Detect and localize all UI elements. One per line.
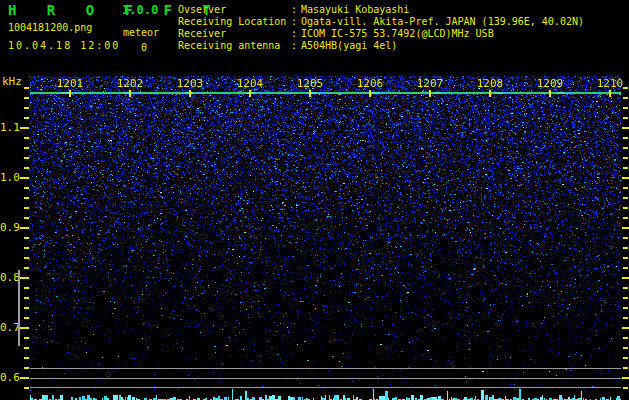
freq-label-0.9: 0.9 xyxy=(0,221,19,234)
freq-minor-tick-right xyxy=(623,297,628,299)
level-scale-bar xyxy=(18,270,20,346)
freq-minor-tick-right xyxy=(623,337,628,339)
freq-minor-tick-left xyxy=(24,347,29,349)
freq-minor-tick-left xyxy=(24,247,29,249)
freq-minor-tick-right xyxy=(623,97,628,99)
time-tick-1203 xyxy=(189,90,191,97)
freq-minor-tick-right xyxy=(623,197,628,199)
freq-major-tick-left-0.7 xyxy=(20,327,29,329)
time-tick-1204 xyxy=(249,90,251,97)
freq-minor-tick-right xyxy=(623,367,628,369)
freq-label-0.6: 0.6 xyxy=(0,371,19,384)
spectrogram-canvas xyxy=(29,76,621,392)
freq-minor-tick-left xyxy=(24,237,29,239)
freq-minor-tick-right xyxy=(623,387,628,389)
output-filename: 1004181200.png xyxy=(8,22,92,34)
time-label-1202: 1202 xyxy=(116,77,144,90)
info-separator: : xyxy=(291,16,301,28)
sweep-line xyxy=(30,92,621,94)
freq-minor-tick-left xyxy=(24,197,29,199)
freq-minor-tick-right xyxy=(623,107,628,109)
time-label-1204: 1204 xyxy=(236,77,264,90)
meteor-counter-label: meteor xyxy=(123,27,159,39)
freq-minor-tick-left xyxy=(24,267,29,269)
info-row-1: Receiving Location:Ogata-vill. Akita-Pre… xyxy=(178,16,584,28)
info-value: Masayuki Kobayashi xyxy=(301,4,409,15)
freq-minor-tick-left xyxy=(24,287,29,289)
freq-minor-tick-left xyxy=(24,187,29,189)
freq-minor-tick-left xyxy=(24,387,29,389)
time-label-1205: 1205 xyxy=(296,77,324,90)
freq-axis-unit: kHz xyxy=(2,75,22,88)
freq-minor-tick-right xyxy=(623,147,628,149)
freq-major-tick-right-0.8 xyxy=(622,277,629,279)
freq-minor-tick-left xyxy=(24,87,29,89)
time-label-1209: 1209 xyxy=(536,77,564,90)
freq-minor-tick-left xyxy=(24,97,29,99)
freq-major-tick-left-1.1 xyxy=(20,127,29,129)
freq-label-1.0: 1.0 xyxy=(0,171,19,184)
time-label-1206: 1206 xyxy=(356,77,384,90)
time-tick-1205 xyxy=(309,90,311,97)
info-row-0: Ovserver:Masayuki Kobayashi xyxy=(178,4,409,16)
time-tick-1209 xyxy=(549,90,551,97)
freq-minor-tick-right xyxy=(623,237,628,239)
time-label-1201: 1201 xyxy=(56,77,84,90)
info-separator: : xyxy=(291,28,301,40)
freq-minor-tick-left xyxy=(24,317,29,319)
info-label: Ovserver xyxy=(178,4,291,16)
info-value: A504HB(yagi 4el) xyxy=(301,40,397,51)
time-tick-1201 xyxy=(69,90,71,97)
level-gridline-1 xyxy=(30,368,621,369)
freq-minor-tick-right xyxy=(623,217,628,219)
time-label-1203: 1203 xyxy=(176,77,204,90)
freq-minor-tick-right xyxy=(623,167,628,169)
freq-minor-tick-right xyxy=(623,207,628,209)
level-gridline-2 xyxy=(30,378,621,379)
freq-minor-tick-right xyxy=(623,307,628,309)
freq-minor-tick-right xyxy=(623,347,628,349)
freq-minor-tick-left xyxy=(24,337,29,339)
time-tick-1210 xyxy=(609,90,611,97)
time-tick-1207 xyxy=(429,90,431,97)
noise-level-bars-canvas xyxy=(30,386,621,400)
freq-minor-tick-right xyxy=(623,247,628,249)
meteor-counter-value: 0 xyxy=(141,42,147,54)
freq-minor-tick-right xyxy=(623,137,628,139)
time-tick-1202 xyxy=(129,90,131,97)
info-label: Receiving Location xyxy=(178,16,291,28)
freq-label-0.8: 0.8 xyxy=(0,271,19,284)
freq-minor-tick-left xyxy=(24,257,29,259)
freq-minor-tick-left xyxy=(24,217,29,219)
freq-major-tick-left-0.9 xyxy=(20,227,29,229)
freq-minor-tick-left xyxy=(24,297,29,299)
observation-datetime: 10.04.18 12:00 xyxy=(8,40,120,52)
freq-major-tick-right-1.1 xyxy=(622,127,629,129)
freq-major-tick-left-0.8 xyxy=(20,277,29,279)
freq-minor-tick-left xyxy=(24,107,29,109)
info-row-2: Receiver:ICOM IC-575 53.7492(@LCD)MHz US… xyxy=(178,28,494,40)
time-tick-1206 xyxy=(369,90,371,97)
freq-minor-tick-right xyxy=(623,187,628,189)
info-value: ICOM IC-575 53.7492(@LCD)MHz USB xyxy=(301,28,494,39)
freq-minor-tick-right xyxy=(623,317,628,319)
freq-minor-tick-right xyxy=(623,87,628,89)
app-version: 1.0.0 xyxy=(122,3,158,17)
info-label: Receiving antenna xyxy=(178,40,291,52)
freq-minor-tick-left xyxy=(24,147,29,149)
freq-minor-tick-right xyxy=(623,287,628,289)
freq-minor-tick-left xyxy=(24,307,29,309)
freq-label-0.7: 0.7 xyxy=(0,321,19,334)
info-label: Receiver xyxy=(178,28,291,40)
freq-major-tick-left-0.6 xyxy=(20,377,29,379)
time-label-1210: 1210 xyxy=(596,77,624,90)
freq-minor-tick-right xyxy=(623,357,628,359)
freq-minor-tick-left xyxy=(24,167,29,169)
freq-major-tick-right-0.7 xyxy=(622,327,629,329)
freq-major-tick-right-0.6 xyxy=(622,377,629,379)
time-tick-1208 xyxy=(489,90,491,97)
freq-minor-tick-right xyxy=(623,117,628,119)
info-separator: : xyxy=(291,4,301,16)
freq-minor-tick-left xyxy=(24,357,29,359)
freq-minor-tick-right xyxy=(623,267,628,269)
